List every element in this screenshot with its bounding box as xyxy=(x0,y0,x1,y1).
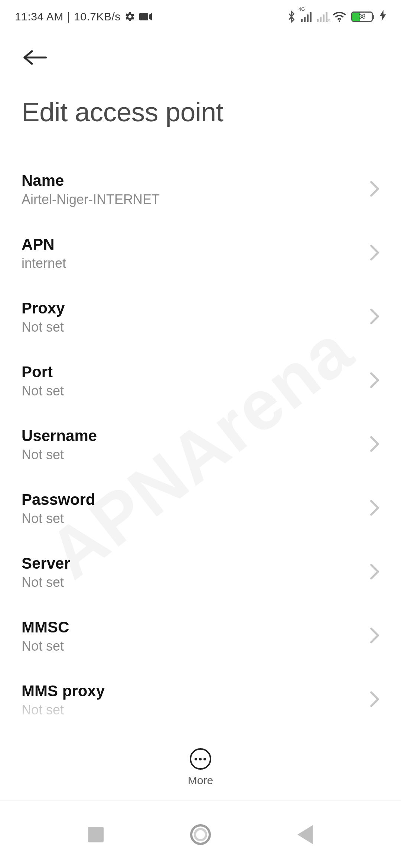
setting-value: Not set xyxy=(22,638,362,654)
status-time: 11:34 AM xyxy=(15,10,63,23)
setting-label: Username xyxy=(22,427,362,445)
page-title: Edit access point xyxy=(0,70,401,127)
settings-list: Name Airtel-Niger-INTERNET APN internet … xyxy=(0,127,401,732)
setting-port[interactable]: Port Not set xyxy=(0,349,401,413)
status-bar: 11:34 AM | 10.7KB/s 4G ✕ 38 xyxy=(0,0,401,33)
signal-sim1-icon: 4G xyxy=(301,11,312,22)
setting-value: Not set xyxy=(22,511,362,526)
setting-label: Name xyxy=(22,172,362,190)
setting-label: Port xyxy=(22,363,362,381)
setting-password[interactable]: Password Not set xyxy=(0,477,401,540)
setting-value: Not set xyxy=(22,575,362,590)
chevron-right-icon xyxy=(370,563,379,581)
signal-4g-label: 4G xyxy=(299,6,305,12)
battery-percent: 38 xyxy=(352,12,372,21)
setting-value: Airtel-Niger-INTERNET xyxy=(22,192,362,207)
setting-value: internet xyxy=(22,256,362,271)
back-button[interactable] xyxy=(22,45,48,70)
system-nav-bar xyxy=(0,801,401,868)
chevron-right-icon xyxy=(370,627,379,645)
setting-label: MMSC xyxy=(22,618,362,636)
setting-value: Not set xyxy=(22,319,362,335)
battery-icon: 38 xyxy=(351,11,373,22)
setting-mmsc[interactable]: MMSC Not set xyxy=(0,604,401,668)
setting-value: Not set xyxy=(22,702,362,718)
app-bar xyxy=(0,33,401,70)
setting-label: Password xyxy=(22,491,362,509)
status-right: 4G ✕ 38 xyxy=(287,10,386,24)
setting-value: Not set xyxy=(22,447,362,463)
setting-label: MMS proxy xyxy=(22,682,362,700)
svg-rect-0 xyxy=(139,13,148,20)
status-net-speed: 10.7KB/s xyxy=(74,10,121,23)
chevron-right-icon xyxy=(370,181,379,198)
video-camera-icon xyxy=(139,12,152,21)
bluetooth-icon xyxy=(287,10,296,23)
chevron-right-icon xyxy=(370,308,379,326)
chevron-right-icon xyxy=(370,244,379,262)
status-sep: | xyxy=(67,10,70,23)
more-button[interactable]: More xyxy=(188,748,213,787)
setting-server[interactable]: Server Not set xyxy=(0,540,401,604)
gear-icon xyxy=(124,11,136,22)
bottom-action-bar: More xyxy=(0,734,401,801)
chevron-right-icon xyxy=(370,500,379,517)
setting-apn[interactable]: APN internet xyxy=(0,221,401,285)
recents-button[interactable] xyxy=(88,827,104,842)
chevron-right-icon xyxy=(370,372,379,390)
more-icon xyxy=(190,748,211,770)
charging-icon xyxy=(379,10,386,24)
more-label: More xyxy=(188,774,213,787)
back-nav-button[interactable] xyxy=(297,825,313,844)
status-left: 11:34 AM | 10.7KB/s xyxy=(15,10,152,23)
setting-username[interactable]: Username Not set xyxy=(0,413,401,477)
wifi-icon xyxy=(333,11,346,22)
setting-label: APN xyxy=(22,236,362,253)
chevron-right-icon xyxy=(370,436,379,454)
signal-sim2-icon: ✕ xyxy=(317,11,327,22)
svg-point-1 xyxy=(339,20,340,22)
setting-name[interactable]: Name Airtel-Niger-INTERNET xyxy=(0,158,401,221)
setting-value: Not set xyxy=(22,383,362,399)
home-button[interactable] xyxy=(190,824,211,845)
setting-label: Server xyxy=(22,555,362,572)
setting-proxy[interactable]: Proxy Not set xyxy=(0,285,401,349)
setting-mms-proxy[interactable]: MMS proxy Not set xyxy=(0,668,401,732)
chevron-right-icon xyxy=(370,691,379,709)
setting-label: Proxy xyxy=(22,299,362,317)
